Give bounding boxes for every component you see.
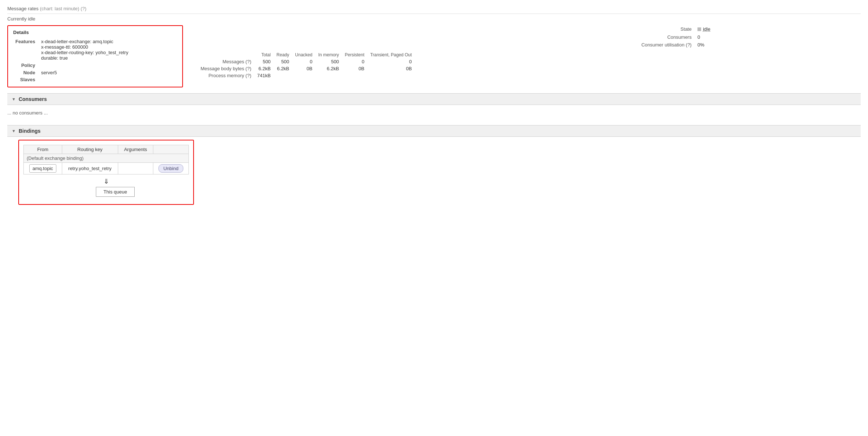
state-value: idle	[695, 25, 861, 33]
stats-col-ready: Ready	[274, 52, 292, 58]
bindings-col-action	[153, 145, 189, 154]
process-memory-label: Process memory (?)	[198, 72, 254, 79]
message-body-bytes-ready: 6.2kB	[274, 65, 292, 72]
message-rates-subtitle: (chart: last minute) (?)	[40, 6, 86, 11]
default-exchange-row: (Default exchange binding)	[24, 154, 189, 163]
messages-in-memory: 500	[315, 58, 342, 65]
bindings-header-row: From Routing key Arguments	[24, 145, 189, 154]
consumer-utilisation-label: Consumer utilisation (?)	[198, 41, 695, 49]
stats-col-empty	[198, 52, 254, 58]
bindings-triangle-icon: ▼	[12, 129, 16, 133]
consumer-utilisation-row: Consumer utilisation (?) 0%	[198, 41, 861, 49]
exchange-tag: amq.topic	[29, 164, 56, 173]
state-row: State idle	[198, 25, 861, 33]
binding-arguments-cell	[118, 163, 153, 174]
bindings-section-title: Bindings	[19, 128, 41, 134]
message-body-bytes-row: Message body bytes (?) 6.2kB 6.2kB 0B 6.…	[198, 65, 415, 72]
consumer-utilisation-value: 0%	[695, 41, 861, 49]
messages-persistent: 0	[342, 58, 367, 65]
message-body-bytes-persistent: 0B	[342, 65, 367, 72]
process-memory-in-memory	[315, 72, 342, 79]
stats-col-in-memory: In memory	[315, 52, 342, 58]
stats-col-total: Total	[254, 52, 274, 58]
bindings-col-arguments: Arguments	[118, 145, 153, 154]
feature-0: x-dead-letter-exchange: amq.topic	[41, 39, 128, 44]
this-queue-box: This queue	[96, 187, 135, 197]
messages-ready: 500	[274, 58, 292, 65]
binding-routing-key-cell: retry.yoho_test_retry	[62, 163, 118, 174]
stats-header-row: Total Ready Unacked In memory Persistent…	[198, 52, 415, 58]
stats-col-transient: Transient, Paged Out	[367, 52, 415, 58]
feature-1: x-message-ttl: 600000	[41, 44, 128, 50]
features-values: x-dead-letter-exchange: amq.topic x-mess…	[39, 38, 130, 61]
binding-from-cell: amq.topic	[24, 163, 62, 174]
state-dot	[697, 27, 701, 31]
policy-value	[39, 61, 130, 69]
node-value: server5	[39, 69, 130, 76]
slaves-row: Slaves	[13, 76, 131, 83]
stats-col-unacked: Unacked	[292, 52, 315, 58]
binding-unbind-cell: Unbind	[153, 163, 189, 174]
node-label: Node	[13, 69, 39, 76]
policy-label: Policy	[13, 61, 39, 69]
process-memory-total: 741kB	[254, 72, 274, 79]
consumers-label: Consumers	[198, 33, 695, 41]
messages-total: 500	[254, 58, 274, 65]
process-memory-ready	[274, 72, 292, 79]
messages-label: Messages (?)	[198, 58, 254, 65]
consumers-row: Consumers 0	[198, 33, 861, 41]
no-consumers-text: ... no consumers ...	[7, 108, 861, 118]
consumers-triangle-icon: ▼	[12, 97, 16, 101]
message-body-bytes-transient: 0B	[367, 65, 415, 72]
messages-unacked: 0	[292, 58, 315, 65]
bindings-section-header[interactable]: ▼ Bindings	[7, 125, 861, 137]
features-label: Features	[13, 38, 39, 61]
this-queue-container: This queue	[23, 187, 189, 200]
unbind-button[interactable]: Unbind	[158, 164, 183, 173]
message-rates-title: Message rates	[7, 6, 38, 11]
node-row: Node server5	[13, 69, 131, 76]
binding-row-0: amq.topic retry.yoho_test_retry Unbind	[24, 163, 189, 174]
messages-row: Messages (?) 500 500 0 500 0 0	[198, 58, 415, 65]
currently-idle-text: Currently idle	[7, 16, 861, 22]
state-text: idle	[703, 26, 710, 32]
process-memory-unacked	[292, 72, 315, 79]
process-memory-row: Process memory (?) 741kB	[198, 72, 415, 79]
stats-col-persistent: Persistent	[342, 52, 367, 58]
details-title: Details	[13, 30, 177, 35]
consumers-section-header[interactable]: ▼ Consumers	[7, 93, 861, 105]
slaves-value	[39, 76, 130, 83]
bindings-table: From Routing key Arguments (Default exch…	[23, 145, 189, 174]
feature-2: x-dead-letter-routing-key: yoho_test_ret…	[41, 50, 128, 55]
bindings-col-from: From	[24, 145, 62, 154]
messages-transient: 0	[367, 58, 415, 65]
bindings-col-routing-key: Routing key	[62, 145, 118, 154]
policy-row: Policy	[13, 61, 131, 69]
slaves-label: Slaves	[13, 76, 39, 83]
consumers-value: 0	[695, 33, 861, 41]
state-label: State	[198, 25, 695, 33]
details-box: Details Features x-dead-letter-exchange:…	[7, 25, 183, 87]
consumers-section-title: Consumers	[19, 96, 47, 102]
features-row: Features x-dead-letter-exchange: amq.top…	[13, 38, 131, 61]
stats-table: Total Ready Unacked In memory Persistent…	[198, 52, 415, 79]
default-exchange-text: (Default exchange binding)	[24, 154, 189, 163]
bindings-box: From Routing key Arguments (Default exch…	[18, 140, 194, 205]
message-body-bytes-total: 6.2kB	[254, 65, 274, 72]
message-rates-header: Message rates (chart: last minute) (?)	[7, 6, 861, 14]
process-memory-persistent	[342, 72, 367, 79]
message-body-bytes-unacked: 0B	[292, 65, 315, 72]
queue-arrow: ⇓	[23, 174, 189, 187]
feature-3: durable: true	[41, 55, 128, 61]
process-memory-transient	[367, 72, 415, 79]
message-body-bytes-label: Message body bytes (?)	[198, 65, 254, 72]
message-body-bytes-in-memory: 6.2kB	[315, 65, 342, 72]
